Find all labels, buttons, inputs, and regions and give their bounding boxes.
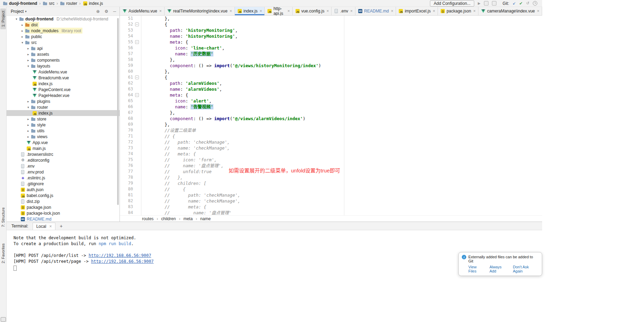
fold-marker[interactable] <box>133 110 141 116</box>
fold-marker[interactable] <box>133 139 141 145</box>
code-line[interactable]: 64− meta: { <box>120 92 542 98</box>
code-line[interactable]: 83 // meta: { <box>120 204 542 210</box>
tree-item[interactable]: ▸store <box>7 116 120 122</box>
close-icon[interactable]: × <box>159 9 162 14</box>
project-title[interactable]: Project <box>11 9 24 14</box>
line-number[interactable]: 52 <box>120 21 133 27</box>
tool-window-switcher-icon[interactable] <box>1 317 6 322</box>
breadcrumb-item[interactable]: index.js <box>83 1 103 6</box>
close-icon[interactable]: × <box>391 9 393 14</box>
terminal-link[interactable]: http://192.168.66.56:9007 <box>89 253 151 258</box>
editor-tab[interactable]: cameraManage\index.vue× <box>478 7 542 15</box>
editor-tab[interactable]: realTimeMonitoring\index.vue× <box>165 7 235 15</box>
fold-marker[interactable] <box>133 186 141 192</box>
close-icon[interactable]: × <box>49 224 52 229</box>
tool-button-project[interactable]: 1: Project <box>0 8 6 29</box>
chevron-right-icon[interactable]: ▸ <box>20 23 25 27</box>
new-terminal-button[interactable]: + <box>60 223 62 229</box>
code-line[interactable]: 66 name: '告警视频' <box>120 104 542 110</box>
line-number[interactable]: 69 <box>120 122 133 127</box>
line-number[interactable]: 62 <box>120 80 133 86</box>
line-number[interactable]: 68 <box>120 116 133 122</box>
fold-marker[interactable]: − <box>133 74 141 80</box>
code-line[interactable]: 74 // meta: { <box>120 151 542 157</box>
breadcrumb-segment[interactable]: meta <box>183 216 193 221</box>
hide-panel-icon[interactable]: ─ <box>113 9 116 14</box>
tree-item[interactable]: .eslintrc.js <box>7 175 120 181</box>
code-line[interactable]: 68 component: () => import('@/views/alar… <box>120 116 542 122</box>
line-number[interactable]: 60 <box>120 69 133 74</box>
fold-marker[interactable] <box>133 57 141 63</box>
tree-item[interactable]: AsideMenu.vue <box>7 69 120 75</box>
line-number[interactable]: 56 <box>120 45 133 51</box>
fold-marker[interactable] <box>133 86 141 92</box>
code-line[interactable]: 51 }, <box>120 16 542 21</box>
line-number[interactable]: 51 <box>120 16 133 21</box>
code-line[interactable]: 71 // { <box>120 133 542 139</box>
terminal-tab-local[interactable]: Local × <box>33 223 56 230</box>
git-commit-icon[interactable]: ✔ <box>519 1 523 6</box>
line-number[interactable]: 57 <box>120 51 133 57</box>
chevron-right-icon[interactable]: ▸ <box>20 29 25 33</box>
chevron-right-icon[interactable]: ▸ <box>26 129 30 133</box>
close-icon[interactable]: × <box>350 9 353 14</box>
line-number[interactable]: 83 <box>120 204 133 210</box>
tree-item[interactable]: ▸style <box>7 122 120 128</box>
tree-item[interactable]: ▸utils <box>7 128 120 134</box>
history-clock-icon[interactable] <box>533 1 537 6</box>
code-line[interactable]: 61− { <box>120 74 542 80</box>
fold-marker[interactable] <box>133 63 141 69</box>
tree-item[interactable]: ▸api <box>7 45 120 51</box>
fold-marker[interactable]: − <box>133 21 141 27</box>
code-line[interactable]: 63 name: 'alarmVideos', <box>120 86 542 92</box>
tree-item[interactable]: .editorconfig <box>7 157 120 163</box>
build-icon[interactable] <box>484 1 488 6</box>
fold-marker[interactable] <box>133 16 141 21</box>
code-line[interactable]: 69 }, <box>120 122 542 127</box>
chevron-down-icon[interactable]: ▾ <box>25 10 27 13</box>
line-number[interactable]: 77 <box>120 169 133 175</box>
breadcrumb-item[interactable]: router <box>60 1 77 6</box>
code-line[interactable]: 57 name: '历史数据' <box>120 51 542 57</box>
line-number[interactable]: 80 <box>120 186 133 192</box>
add-configuration-button[interactable]: Add Configuration... <box>430 0 474 7</box>
fold-marker[interactable] <box>133 192 141 198</box>
notification-action[interactable]: Always Add <box>489 265 509 273</box>
notification-action[interactable]: View Files <box>468 265 485 273</box>
line-number[interactable]: 63 <box>120 86 133 92</box>
fold-marker[interactable] <box>133 127 141 133</box>
code-line[interactable]: 54 name: 'historyMonitoring', <box>120 33 542 39</box>
code-area[interactable]: 51 },52− {53 path: 'historyMonitoring',5… <box>120 16 542 215</box>
chevron-down-icon[interactable]: ▾ <box>26 64 30 68</box>
tree-item[interactable]: ▸components <box>7 57 120 63</box>
fold-marker[interactable] <box>133 157 141 163</box>
tree-item[interactable]: .env.prod <box>7 169 120 175</box>
code-line[interactable]: 80 // { <box>120 186 542 192</box>
tree-item[interactable]: ▾src <box>7 39 120 45</box>
fold-marker[interactable] <box>133 104 141 110</box>
fold-marker[interactable]: − <box>133 92 141 98</box>
breadcrumb-segment[interactable]: children <box>161 216 176 221</box>
code-line[interactable]: 53 path: 'historyMonitoring', <box>120 27 542 33</box>
git-revert-icon[interactable]: ↺ <box>526 1 529 6</box>
line-number[interactable]: 75 <box>120 157 133 163</box>
line-number[interactable]: 55 <box>120 39 133 45</box>
line-number[interactable]: 74 <box>120 151 133 157</box>
close-icon[interactable]: × <box>537 9 539 14</box>
editor-tab[interactable]: .env× <box>332 7 355 15</box>
tree-item[interactable]: ▸node_moduleslibrary root <box>7 28 120 34</box>
close-icon[interactable]: × <box>433 9 435 14</box>
line-number[interactable]: 58 <box>120 57 133 63</box>
fold-marker[interactable] <box>133 163 141 169</box>
line-number[interactable]: 64 <box>120 92 133 98</box>
profiler-icon[interactable] <box>492 1 496 6</box>
tool-button-favorites[interactable]: 2: Favorites <box>0 241 6 266</box>
chevron-down-icon[interactable]: ▾ <box>20 41 25 44</box>
line-number[interactable]: 59 <box>120 63 133 69</box>
code-line[interactable]: 55− meta: { <box>120 39 542 45</box>
fold-marker[interactable] <box>133 133 141 139</box>
tree-item[interactable]: main.js <box>7 145 120 151</box>
close-icon[interactable]: × <box>473 9 476 14</box>
breadcrumb-segment[interactable]: routes <box>142 216 153 221</box>
tree-item[interactable]: Breadcrumb.vue <box>7 75 120 81</box>
